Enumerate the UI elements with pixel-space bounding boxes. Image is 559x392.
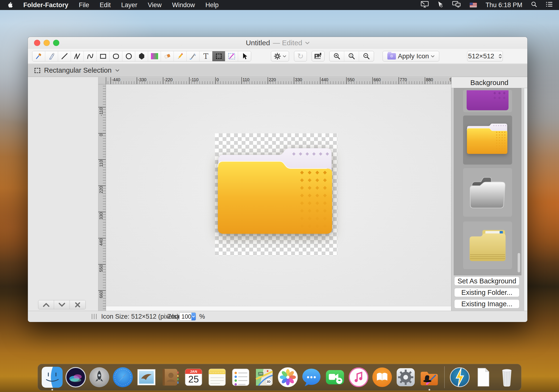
hruler-label: 550 [347,77,354,82]
dock-trash-icon[interactable] [496,367,517,388]
selection-mode-chevron-down-icon[interactable] [115,69,119,72]
tool-ellipse-button[interactable] [122,51,135,61]
tool-polyline-button[interactable] [71,51,84,61]
dock-calendar-icon[interactable]: JAN25 [183,367,204,388]
status-grabber-icon[interactable] [92,314,97,319]
dock-system-preferences-icon[interactable] [395,367,416,388]
menu-layer[interactable]: Layer [121,1,137,9]
actions-gear-button[interactable] [271,51,289,61]
menu-app-name[interactable]: Folder-Factory [23,1,68,9]
selection-mode-label[interactable]: Rectangular Selection [44,66,112,74]
tool-magic-wand-select-button[interactable] [225,51,238,61]
delete-layer-button[interactable] [70,300,85,309]
dock-launchpad-icon[interactable] [89,367,110,388]
menu-edit[interactable]: Edit [100,1,111,9]
zoom-actual-size-button[interactable]: 1 [344,51,359,61]
us-flag-input-icon[interactable] [470,3,477,7]
dock-reminders-icon[interactable] [230,367,251,388]
apple-menu-icon[interactable] [7,1,13,9]
displays-icon[interactable] [452,1,461,9]
move-layer-down-button[interactable] [54,300,70,309]
zoom-dropdown-icon[interactable] [191,313,196,320]
menu-clock[interactable]: Thu 6:18 PM [485,1,522,9]
dock-document-icon[interactable] [473,367,494,388]
redo-button[interactable]: ↻ [294,51,307,61]
spotlight-search-icon[interactable] [531,1,537,9]
import-image-button[interactable] [312,51,325,61]
dock-mail-icon[interactable] [136,367,157,388]
dock-facetime-icon[interactable] [325,367,345,388]
tool-line-button[interactable] [58,51,71,61]
tool-eyedropper-button[interactable] [32,51,45,61]
panel-right-margin [524,88,527,311]
background-thumbnail-list[interactable] [454,88,521,275]
dock-contacts-icon[interactable] [159,367,180,388]
notification-center-icon[interactable] [546,1,553,9]
apply-icon-button[interactable]: ⚙ Apply Icon [382,51,439,61]
tool-eraser-button[interactable] [161,51,174,61]
tool-fill-pen-button[interactable] [45,51,58,61]
yellow-folder-artwork [215,133,337,256]
window-content: -440 -330 -220 -110 0 110 220 330 440 55… [28,77,527,311]
tool-rectangular-select-button[interactable] [212,51,225,61]
hruler-label: 770 [400,77,407,82]
dock-itunes-icon[interactable] [348,367,369,388]
title-bar[interactable]: Untitled — Edited [28,37,527,49]
calendar-day-label: 25 [188,374,199,384]
dock-finder-icon[interactable] [42,367,63,388]
layer-button-group [38,300,86,309]
zoom-percent-select[interactable]: 100 [179,312,196,321]
background-thumbnail-yellow-folder[interactable] [463,115,512,165]
existing-image-button[interactable]: Existing Image... [454,299,520,308]
background-thumbnail-manila-folder[interactable] [463,222,512,269]
dock-folder-factory-icon[interactable] [419,367,440,388]
title-chevron-down-icon[interactable] [305,42,309,44]
editor-canvas[interactable] [106,84,451,311]
background-thumbnail-purple-folder[interactable] [463,90,512,112]
maps-3d-label: 3D [267,380,271,383]
dock-siri-icon[interactable] [65,367,86,388]
dock-maps-icon[interactable]: 2803D [254,367,275,388]
menu-window[interactable]: Window [172,1,195,9]
background-thumbnail-gray-folder[interactable] [463,168,512,217]
dock-notes-icon[interactable] [207,367,228,388]
menu-help[interactable]: Help [205,1,219,9]
toolbar: T ↻ [28,49,527,64]
set-as-background-button[interactable]: Set As Background [454,277,520,286]
dock-lightning-app-icon[interactable] [449,367,470,388]
menu-view[interactable]: View [148,1,162,9]
window-title[interactable]: Untitled — Edited [28,37,527,49]
tool-move-arrow-button[interactable] [238,51,251,61]
panel-scrollbar-thumb[interactable] [517,253,521,273]
tool-text-button[interactable]: T [199,51,212,61]
menu-file[interactable]: File [79,1,89,9]
zoom-out-button[interactable] [359,51,374,61]
tool-pencil-button[interactable] [174,51,187,61]
tool-palette: T [32,51,251,61]
icon-artboard[interactable] [215,133,337,256]
icon-size-value: 512×512 [468,52,494,60]
dock-ibooks-icon[interactable] [372,367,392,388]
canvas-horizontal-scrollbar[interactable] [106,306,451,311]
move-layer-up-button[interactable] [38,300,54,309]
existing-folder-button[interactable]: Existing Folder... [454,288,520,297]
tool-gradient-button[interactable] [148,51,161,61]
tool-airbrush-button[interactable] [187,51,199,61]
dock-photos-icon[interactable] [277,367,298,388]
dock-safari-icon[interactable] [112,367,133,388]
display-mirroring-icon[interactable] [421,1,429,9]
icon-size-stepper[interactable]: 512×512 [467,51,503,61]
hruler-label: 880 [426,77,433,82]
stepper-arrows-icon[interactable] [499,54,502,58]
tool-polygon-button[interactable] [135,51,148,61]
tool-rectangle-button[interactable] [97,51,110,61]
tool-curve-button[interactable] [84,51,97,61]
dock-separator [444,366,445,388]
zoom-percent-sign: % [199,313,205,320]
tool-rounded-rectangle-button[interactable] [110,51,122,61]
manila-folder-thumb-art [467,228,509,263]
dock-messages-icon[interactable] [301,367,322,388]
zoom-in-button[interactable] [329,51,344,61]
remote-cursor-icon[interactable] [437,1,444,9]
vruler-label: 550 [99,265,104,272]
